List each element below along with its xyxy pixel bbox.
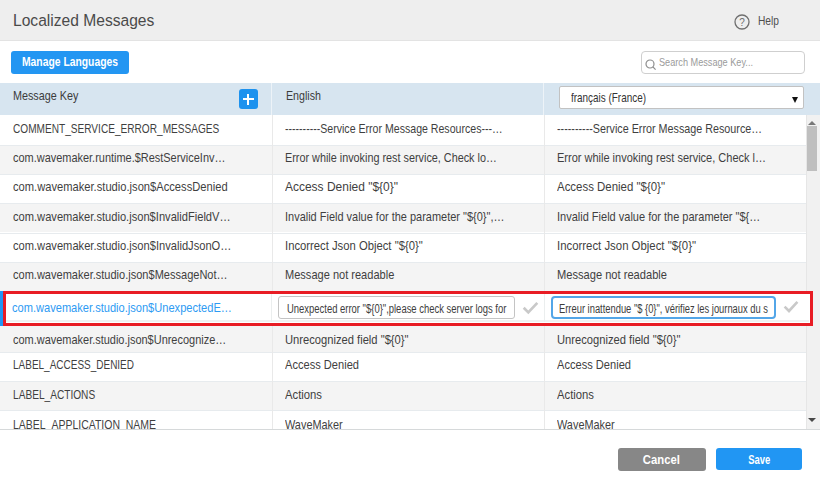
svg-text:?: ? xyxy=(739,17,745,28)
